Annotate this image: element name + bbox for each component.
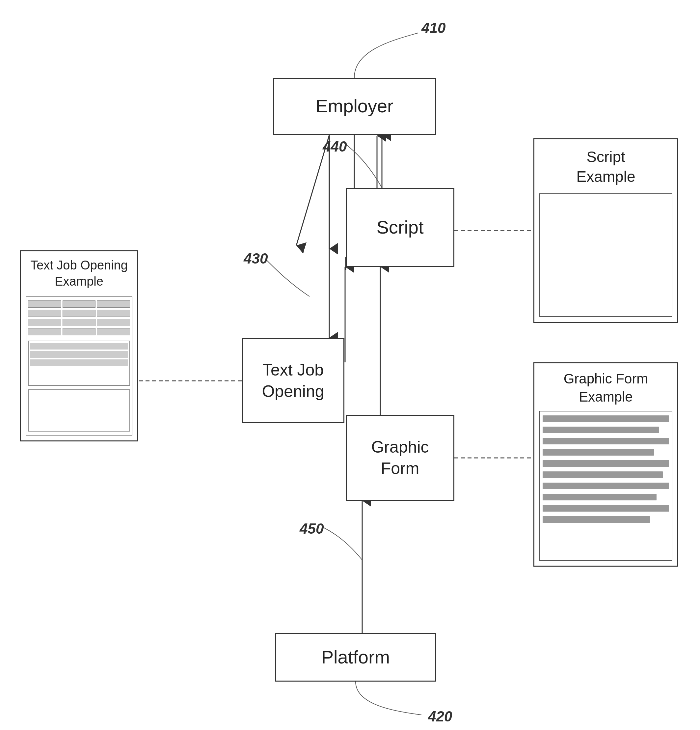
- text-job-opening-example-inner: [26, 296, 132, 435]
- employer-label: Employer: [315, 94, 394, 118]
- text-job-opening-example-title: Text Job Opening Example: [21, 251, 137, 293]
- employer-box: Employer: [273, 78, 436, 135]
- graphic-form-example-inner: [539, 411, 672, 561]
- script-example-inner: [539, 193, 672, 317]
- platform-label: Platform: [321, 645, 390, 669]
- script-example-box: Script Example: [534, 138, 678, 323]
- graphic-form-label: Graphic Form: [371, 437, 429, 479]
- graphic-form-example-box: Graphic Form Example: [534, 362, 678, 566]
- script-label: Script: [376, 215, 423, 239]
- script-example-title: Script Example: [534, 139, 677, 190]
- label-450: 450: [300, 520, 324, 537]
- platform-box: Platform: [275, 633, 436, 682]
- label-430: 430: [244, 250, 268, 267]
- graphic-form-example-title: Graphic Form Example: [534, 364, 677, 407]
- label-440: 440: [323, 138, 347, 155]
- diagram-container: 410 420 430 440 450 Employer Text Job Op…: [0, 0, 700, 730]
- label-420: 420: [428, 708, 452, 725]
- graphic-form-box: Graphic Form: [346, 415, 454, 501]
- script-box: Script: [346, 188, 454, 267]
- label-410: 410: [421, 20, 445, 36]
- text-job-opening-box: Text Job Opening: [242, 338, 344, 423]
- text-job-opening-label: Text Job Opening: [262, 359, 324, 402]
- text-job-opening-example-box: Text Job Opening Example: [20, 250, 138, 441]
